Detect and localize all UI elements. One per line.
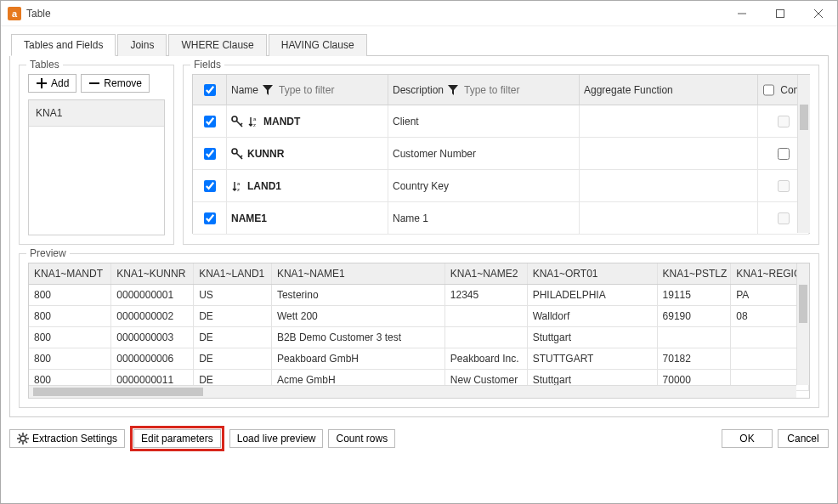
add-button[interactable]: Add	[28, 74, 76, 93]
field-row-checkbox-cell[interactable]	[193, 170, 227, 202]
field-row-checkbox[interactable]	[204, 212, 216, 224]
preview-cell: 12345	[444, 285, 527, 306]
select-all-checkbox[interactable]	[204, 84, 216, 96]
content: Tables and FieldsJoinsWHERE ClauseHAVING…	[1, 26, 837, 458]
table-row[interactable]: 8000000000002DEWett 200Walldorf6919008	[29, 306, 809, 327]
svg-line-25	[19, 441, 20, 443]
maximize-button[interactable]	[761, 1, 799, 26]
titlebar: a Table	[1, 1, 837, 26]
field-aggregate-cell[interactable]	[580, 202, 758, 235]
field-row-checkbox[interactable]	[204, 180, 216, 192]
fields-select-all-header[interactable]	[193, 75, 227, 105]
field-row-checkbox-cell[interactable]	[193, 202, 227, 235]
field-row-checkbox-cell[interactable]	[193, 138, 227, 170]
tables-legend: Tables	[26, 59, 63, 71]
minus-icon	[88, 77, 100, 89]
plus-icon	[36, 77, 48, 89]
field-aggregate-cell[interactable]	[580, 170, 758, 202]
table-row[interactable]: 8000000000006DEPeakboard GmbHPeakboard I…	[29, 348, 809, 370]
svg-point-17	[20, 436, 25, 441]
name-filter-input[interactable]	[277, 83, 345, 97]
ok-button[interactable]: OK	[722, 429, 773, 448]
preview-cell: 800	[29, 306, 111, 327]
preview-cell: US	[194, 285, 272, 306]
field-conv-checkbox[interactable]	[778, 148, 790, 160]
highlight-box: Edit parameters	[130, 426, 224, 451]
svg-text:a: a	[253, 116, 257, 122]
preview-scrollbar-h[interactable]	[29, 385, 796, 398]
tables-groupbox: Tables Add Remove KNA1	[19, 65, 174, 245]
remove-button-label: Remove	[104, 77, 142, 89]
field-name-cell[interactable]: NAME1	[227, 202, 388, 235]
preview-cell: Testerino	[271, 285, 444, 306]
tab-having-clause[interactable]: HAVING Clause	[269, 34, 367, 56]
field-row-checkbox[interactable]	[204, 148, 216, 160]
preview-groupbox: Preview KNA1~MANDTKNA1~KUNNRKNA1~LAND1KN…	[19, 253, 819, 408]
preview-cell: Stuttgart	[527, 327, 657, 348]
edit-parameters-button[interactable]: Edit parameters	[133, 429, 221, 448]
preview-cell	[444, 306, 527, 327]
field-description-cell: Client	[388, 105, 580, 138]
preview-cell: 0000000001	[111, 285, 194, 306]
field-row-checkbox-cell[interactable]	[193, 105, 227, 138]
svg-text:z: z	[253, 122, 256, 127]
field-conv-checkbox[interactable]	[778, 212, 790, 224]
close-button[interactable]	[799, 1, 837, 26]
table-row[interactable]: 8000000000001USTesterino12345PHILADELPHI…	[29, 285, 809, 306]
preview-cell: 800	[29, 327, 111, 348]
window-title: Table	[26, 8, 51, 20]
field-aggregate-cell[interactable]	[580, 138, 758, 170]
fields-aggregate-label: Aggregate Function	[584, 84, 673, 96]
table-row[interactable]: 8000000000003DEB2B Demo Customer 3 testS…	[29, 327, 809, 348]
preview-cell: Peakboard GmbH	[271, 348, 444, 370]
tables-item[interactable]: KNA1	[29, 100, 164, 127]
fields-scrollbar[interactable]	[797, 75, 810, 233]
field-name-cell[interactable]: azMANDT	[227, 105, 388, 138]
extraction-settings-button[interactable]: Extraction Settings	[9, 429, 125, 448]
cancel-button[interactable]: Cancel	[778, 429, 829, 448]
fields-name-label: Name	[231, 84, 258, 96]
field-conv-checkbox[interactable]	[778, 116, 790, 127]
tab-joins[interactable]: Joins	[117, 34, 167, 56]
svg-rect-1	[776, 9, 784, 17]
remove-button[interactable]: Remove	[81, 74, 150, 93]
preview-column-header[interactable]: KNA1~KUNNR	[111, 263, 194, 285]
count-rows-button[interactable]: Count rows	[328, 429, 395, 448]
field-description-cell: Country Key	[388, 170, 580, 202]
preview-column-header[interactable]: KNA1~MANDT	[29, 263, 111, 285]
preview-column-header[interactable]: KNA1~ORT01	[527, 263, 657, 285]
preview-column-header[interactable]: KNA1~PSTLZ	[657, 263, 731, 285]
field-aggregate-cell[interactable]	[580, 105, 758, 138]
preview-column-header[interactable]: KNA1~NAME2	[444, 263, 527, 285]
svg-line-24	[25, 434, 27, 436]
filter-icon[interactable]	[447, 84, 459, 96]
field-row-checkbox[interactable]	[204, 116, 216, 127]
tab-body: Tables Add Remove KNA1 Fields	[9, 56, 829, 417]
svg-text:a: a	[237, 181, 241, 186]
description-filter-input[interactable]	[462, 83, 530, 97]
fields-aggregate-header: Aggregate Function	[580, 75, 758, 105]
tables-list[interactable]: KNA1	[28, 99, 165, 235]
svg-line-22	[19, 434, 20, 436]
minimize-button[interactable]	[722, 1, 761, 26]
conv-all-checkbox[interactable]	[763, 84, 774, 96]
field-description-cell: Customer Number	[388, 138, 580, 170]
field-name-cell[interactable]: KUNNR	[227, 138, 388, 170]
field-description: Customer Number	[393, 148, 476, 160]
tab-where-clause[interactable]: WHERE Clause	[168, 34, 266, 56]
preview-column-header[interactable]: KNA1~LAND1	[194, 263, 272, 285]
maximize-icon	[776, 9, 784, 18]
tab-tables-and-fields[interactable]: Tables and Fields	[11, 34, 116, 56]
svg-text:z: z	[237, 187, 240, 192]
fields-groupbox: Fields Name Description	[183, 65, 819, 245]
add-button-label: Add	[51, 77, 69, 89]
cancel-label: Cancel	[787, 433, 818, 445]
filter-icon[interactable]	[262, 84, 274, 96]
field-name: LAND1	[247, 180, 281, 192]
field-name: KUNNR	[247, 148, 284, 160]
preview-column-header[interactable]: KNA1~NAME1	[271, 263, 444, 285]
field-name-cell[interactable]: azLAND1	[227, 170, 388, 202]
field-conv-checkbox[interactable]	[778, 180, 790, 192]
load-preview-button[interactable]: Load live preview	[229, 429, 324, 448]
preview-scrollbar-v[interactable]	[796, 263, 809, 385]
